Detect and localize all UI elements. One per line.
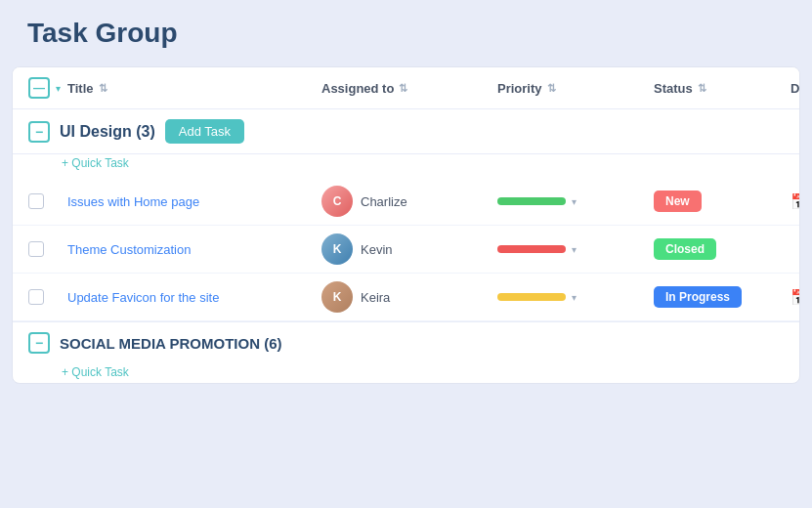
add-task-button[interactable]: Add Task [165,119,244,144]
task-checkbox-2[interactable] [28,241,44,257]
avatar-keira: K [321,281,353,313]
priority-dropdown-3[interactable]: ▾ [572,292,577,303]
status-badge-2: Closed [654,238,716,260]
group-title-ui-design: UI Design (3) [60,123,155,141]
select-all-checkbox[interactable]: — [28,77,50,99]
priority-bar-3 [497,293,566,301]
col-header-status: Status ⇅ [654,81,791,96]
priority-sort-icon[interactable]: ⇅ [547,82,556,95]
status-badge-3: In Progress [654,286,742,308]
page-title: Task Group [27,18,178,48]
priority-bar-1 [497,197,566,205]
due-date-cell-1: 📅 Overdue by 11 days [791,187,800,216]
priority-cell-3: ▾ [497,292,654,303]
assigned-cell-3: K Keira [321,281,497,313]
status-cell-1: New [654,190,791,212]
checkbox-dropdown-arrow[interactable]: ▾ [56,83,61,94]
table-row: Update Favicon for the site K Keira ▾ In… [13,274,799,321]
title-sort-icon[interactable]: ⇅ [99,82,107,95]
quick-task-link-ui-design[interactable]: + Quick Task [13,154,799,178]
calendar-icon-3: 📅 [791,288,800,307]
group-row-social-media: − SOCIAL MEDIA PROMOTION (6) [13,321,799,363]
priority-cell-2: ▾ [497,244,654,255]
assignee-name-1: Charlize [361,194,407,209]
group-title-social-media: SOCIAL MEDIA PROMOTION (6) [60,335,282,352]
quick-task-link-social-media[interactable]: + Quick Task [13,363,799,383]
due-date-cell-3: 📅 Overdue by 9 days [791,282,800,312]
task-title-2[interactable]: Theme Customization [67,242,321,257]
group-toggle-ui-design[interactable]: − [28,121,50,143]
col-header-priority: Priority ⇅ [497,81,654,96]
priority-dropdown-2[interactable]: ▾ [572,244,577,255]
table-row: Issues with Home page C Charlize ▾ New 📅… [13,178,799,226]
main-content: — ▾ Title ⇅ Assigned to ⇅ Priority ⇅ Sta… [12,66,800,384]
status-sort-icon[interactable]: ⇅ [698,82,706,95]
task-title-3[interactable]: Update Favicon for the site [67,290,321,305]
avatar-charlize: C [321,186,353,217]
priority-bar-2 [497,245,566,253]
task-title-1[interactable]: Issues with Home page [67,194,321,209]
priority-cell-1: ▾ [497,196,654,207]
task-checkbox-3[interactable] [28,289,44,305]
col-header-title: Title ⇅ [67,81,321,96]
status-cell-2: Closed [654,238,791,260]
assigned-sort-icon[interactable]: ⇅ [399,82,407,95]
status-cell-3: In Progress [654,286,791,308]
assigned-cell-1: C Charlize [321,186,497,217]
calendar-icon-1: 📅 [791,192,800,211]
table-row: Theme Customization K Kevin ▾ Closed [13,226,799,274]
avatar-kevin: K [321,233,353,265]
assignee-name-3: Keira [361,290,390,305]
group-row-ui-design: − UI Design (3) Add Task [13,109,799,154]
status-badge-1: New [654,190,702,212]
group-toggle-social-media[interactable]: − [28,332,50,354]
header-checkbox-cell: — ▾ [28,77,67,99]
col-header-assigned: Assigned to ⇅ [321,81,497,96]
col-header-due-date: Due Date ⇅ [791,81,800,96]
priority-dropdown-1[interactable]: ▾ [572,196,577,207]
page-header: Task Group [0,0,812,66]
assigned-cell-2: K Kevin [321,233,497,265]
task-checkbox-1[interactable] [28,193,44,209]
assignee-name-2: Kevin [361,242,393,257]
table-header: — ▾ Title ⇅ Assigned to ⇅ Priority ⇅ Sta… [13,67,799,109]
